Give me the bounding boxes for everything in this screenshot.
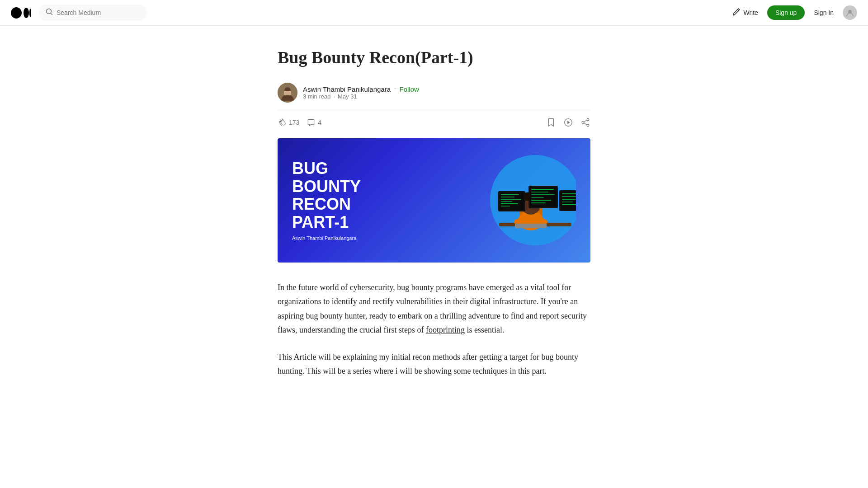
svg-rect-29 (501, 203, 518, 204)
hero-line2: BOUNTY (292, 178, 361, 196)
hero-image-inner: BUG BOUNTY RECON PART-1 Aswin Thambi Pan… (278, 138, 590, 263)
action-bar-left: 173 4 (278, 118, 321, 127)
navbar-left (11, 5, 147, 21)
main-content: Bug Bounty Recon(Part-1) Aswin Thambi Pa… (267, 47, 601, 379)
search-bar (38, 5, 147, 21)
write-label: Write (744, 9, 758, 16)
medium-logo (11, 7, 31, 19)
svg-line-4 (51, 13, 52, 15)
action-bar-right (546, 117, 590, 127)
search-input[interactable] (57, 9, 138, 16)
author-row: Aswin Thambi Panikulangara · Follow 3 mi… (278, 83, 590, 103)
clap-icon (278, 118, 287, 127)
author-avatar (278, 83, 297, 103)
comment-icon (307, 118, 316, 127)
follow-button[interactable]: Follow (400, 85, 419, 93)
svg-rect-35 (531, 194, 555, 195)
listen-icon (563, 117, 573, 127)
svg-point-1 (24, 8, 29, 18)
svg-rect-36 (531, 197, 544, 198)
svg-line-5 (737, 9, 739, 10)
svg-rect-33 (531, 189, 554, 190)
hero-text: BUG BOUNTY RECON PART-1 (292, 160, 361, 231)
signin-button[interactable]: Sign In (814, 9, 834, 16)
search-icon (46, 8, 53, 17)
action-bar: 173 4 (278, 117, 590, 127)
clap-button[interactable]: 173 (278, 118, 299, 127)
hero-line4: PART-1 (292, 213, 361, 231)
bookmark-button[interactable] (546, 117, 556, 127)
svg-rect-34 (531, 192, 548, 192)
body-paragraph-1: In the future world of cybersecurity, bu… (278, 281, 590, 338)
svg-rect-30 (501, 206, 510, 206)
meta-dot: · (333, 93, 335, 100)
svg-point-12 (587, 118, 589, 121)
bookmark-icon (546, 117, 556, 127)
navbar-right: Write Sign up Sign In (732, 5, 858, 20)
svg-rect-9 (284, 91, 291, 95)
share-icon (580, 117, 590, 127)
author-info: Aswin Thambi Panikulangara · Follow 3 mi… (303, 85, 419, 100)
author-name-row: Aswin Thambi Panikulangara · Follow (303, 85, 419, 93)
listen-button[interactable] (563, 117, 573, 127)
hero-line1: BUG (292, 160, 361, 178)
svg-marker-11 (567, 121, 570, 124)
divider (278, 110, 590, 110)
svg-point-2 (29, 9, 31, 17)
svg-rect-28 (501, 201, 512, 202)
share-button[interactable] (580, 117, 590, 127)
svg-rect-48 (515, 224, 547, 228)
svg-rect-42 (562, 196, 576, 197)
hacker-svg (476, 150, 576, 250)
write-icon (732, 7, 741, 19)
read-time: 3 min read (303, 93, 330, 100)
dot-separator: · (394, 85, 396, 93)
svg-line-15 (584, 120, 587, 122)
svg-rect-43 (562, 199, 576, 200)
write-button[interactable]: Write (732, 7, 758, 19)
author-name: Aswin Thambi Panikulangara (303, 85, 391, 93)
article-meta: 3 min read · May 31 (303, 93, 419, 100)
svg-rect-38 (531, 202, 546, 203)
svg-point-14 (582, 121, 584, 123)
footprinting-link[interactable]: footprinting (426, 325, 465, 334)
navbar: Write Sign up Sign In (0, 0, 868, 26)
hero-image: BUG BOUNTY RECON PART-1 Aswin Thambi Pan… (278, 138, 590, 263)
svg-rect-44 (562, 202, 573, 202)
svg-rect-26 (501, 197, 514, 197)
svg-rect-25 (501, 194, 519, 195)
comment-count: 4 (318, 119, 321, 126)
article-body: In the future world of cybersecurity, bu… (278, 281, 590, 379)
hero-author-credit: Aswin Thambi Panikulangara (292, 235, 361, 241)
clap-count: 173 (289, 119, 299, 126)
svg-rect-27 (501, 199, 521, 200)
publish-date: May 31 (338, 93, 357, 100)
svg-point-0 (11, 7, 22, 19)
svg-point-13 (587, 124, 589, 127)
svg-rect-45 (562, 204, 576, 205)
user-avatar-button[interactable] (843, 5, 857, 20)
hero-illustration (476, 150, 576, 250)
signup-button[interactable]: Sign up (767, 5, 805, 20)
medium-logo-svg (11, 7, 31, 19)
hero-line3: RECON (292, 195, 361, 213)
hero-text-block: BUG BOUNTY RECON PART-1 Aswin Thambi Pan… (292, 160, 361, 241)
article-title: Bug Bounty Recon(Part-1) (278, 47, 590, 68)
svg-line-16 (584, 123, 587, 125)
svg-rect-37 (531, 200, 551, 201)
svg-rect-41 (562, 193, 576, 194)
body-paragraph-2: This Article will be explaining my initi… (278, 350, 590, 379)
comment-button[interactable]: 4 (307, 118, 321, 127)
